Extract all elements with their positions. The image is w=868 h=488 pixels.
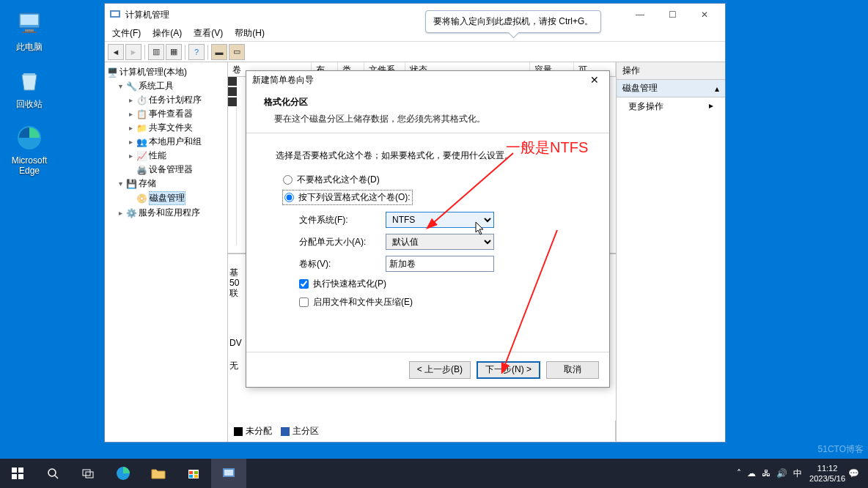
- edge-taskbar-button[interactable]: [106, 459, 141, 488]
- svg-rect-20: [194, 471, 198, 474]
- legend-unalloc: 未分配: [246, 425, 272, 437]
- tray-ime-indicator[interactable]: 中: [793, 467, 802, 480]
- tree-system-tools[interactable]: ▾🔧系统工具: [106, 79, 226, 93]
- actions-pane: 操作 磁盘管理▴ 更多操作▸: [617, 62, 725, 442]
- taskbar-clock[interactable]: 11:12 2023/5/16: [809, 463, 845, 484]
- start-button[interactable]: [0, 459, 35, 488]
- store-taskbar-button[interactable]: [176, 459, 211, 488]
- legend-swatch-unalloc: [234, 427, 243, 436]
- cancel-button[interactable]: 取消: [546, 361, 599, 379]
- tree-performance[interactable]: ▸📈性能: [106, 149, 226, 163]
- svg-rect-9: [12, 467, 17, 473]
- menu-help[interactable]: 帮助(H): [232, 26, 268, 41]
- alloc-label: 分配单元大小(A):: [299, 236, 386, 248]
- actions-group[interactable]: 磁盘管理▴: [617, 80, 725, 97]
- wizard-close-button[interactable]: ✕: [586, 74, 603, 86]
- app-icon: [109, 9, 121, 21]
- svg-rect-21: [189, 475, 193, 478]
- taskbar[interactable]: ˄ ☁ 🖧 🔊 中 11:12 2023/5/16 💬: [0, 459, 868, 488]
- filesystem-select[interactable]: NTFS: [386, 212, 494, 228]
- quick-format-row[interactable]: 执行快速格式化(P): [299, 278, 580, 290]
- svg-rect-10: [18, 467, 23, 473]
- svg-rect-15: [83, 470, 90, 476]
- task-view-button[interactable]: [70, 459, 106, 488]
- disk-basic-label: 基: [229, 267, 239, 278]
- radio-no-format-input[interactable]: [283, 175, 293, 185]
- arrow-right-icon: ▸: [709, 100, 713, 113]
- disk-legend: 未分配 主分区: [229, 423, 323, 440]
- tree-root[interactable]: 🖥️计算机管理(本地): [106, 65, 226, 79]
- tray-onedrive-icon[interactable]: ☁: [747, 468, 756, 478]
- wizard-title: 新建简单卷向导: [252, 74, 314, 86]
- window-title: 计算机管理: [125, 9, 169, 21]
- desktop-icon-this-pc[interactable]: 此电脑: [3, 9, 56, 53]
- menu-view[interactable]: 查看(V): [191, 26, 226, 41]
- view-bottom-button[interactable]: ▭: [229, 44, 245, 60]
- edge-icon: [15, 123, 44, 152]
- maximize-button[interactable]: ☐: [656, 4, 688, 25]
- actions-more[interactable]: 更多操作▸: [617, 97, 725, 116]
- tree-local-users[interactable]: ▸👥本地用户和组: [106, 135, 226, 149]
- help-button[interactable]: ?: [188, 44, 205, 60]
- back-button[interactable]: ◄: [108, 44, 124, 60]
- compression-row[interactable]: 启用文件和文件夹压缩(E): [299, 296, 580, 308]
- minimize-button[interactable]: —: [624, 4, 656, 25]
- tree-pane[interactable]: 🖥️计算机管理(本地) ▾🔧系统工具 ▸⏱️任务计划程序 ▸📋事件查看器 ▸📁共…: [105, 62, 228, 442]
- wizard-prompt: 选择是否要格式化这个卷；如果要格式化，要使用什么设置。: [276, 149, 580, 162]
- recycle-icon: [15, 66, 44, 95]
- forward-button[interactable]: ►: [125, 44, 141, 60]
- allocation-unit-select[interactable]: 默认值: [386, 234, 494, 250]
- svg-rect-3: [22, 32, 37, 33]
- cm-titlebar[interactable]: 计算机管理 — ☐ ✕: [105, 4, 725, 26]
- search-button[interactable]: [35, 459, 70, 488]
- tree-event-viewer[interactable]: ▸📋事件查看器: [106, 107, 226, 121]
- collapse-icon: ▴: [715, 84, 719, 94]
- tray-chevron-icon[interactable]: ˄: [737, 468, 741, 478]
- desktop-icon-edge[interactable]: Microsoft Edge: [3, 123, 56, 176]
- radio-format-input[interactable]: [284, 193, 294, 202]
- svg-rect-16: [86, 472, 93, 478]
- back-button[interactable]: < 上一步(B): [409, 361, 471, 379]
- tray-volume-icon[interactable]: 🔊: [776, 468, 787, 478]
- tree-services-apps[interactable]: ▸⚙️服务和应用程序: [106, 206, 226, 220]
- svg-rect-1: [21, 15, 38, 25]
- menu-bar: 文件(F) 操作(A) 查看(V) 帮助(H): [105, 26, 725, 42]
- quick-format-checkbox[interactable]: [299, 279, 309, 289]
- dvd-label: DV: [229, 338, 242, 348]
- refresh-button[interactable]: ▦: [166, 44, 182, 60]
- volume-label-label: 卷标(V):: [299, 258, 386, 270]
- wizard-titlebar[interactable]: 新建简单卷向导 ✕: [246, 71, 609, 89]
- watermark: 51CTO博客: [818, 443, 864, 456]
- computer-icon: [15, 9, 44, 38]
- next-button[interactable]: 下一步(N) >: [477, 361, 540, 379]
- tree-task-scheduler[interactable]: ▸⏱️任务计划程序: [106, 93, 226, 107]
- compression-checkbox[interactable]: [299, 297, 309, 307]
- show-hide-button[interactable]: ▥: [148, 44, 164, 60]
- wizard-header: 格式化分区 要在这个磁盘分区上储存数据，您必须先将其格式化。: [246, 89, 609, 133]
- explorer-taskbar-button[interactable]: [141, 459, 176, 488]
- menu-action[interactable]: 操作(A): [150, 26, 185, 41]
- computer-management-taskbar-button[interactable]: [211, 459, 246, 488]
- desktop-icon-recycle[interactable]: 回收站: [3, 66, 56, 111]
- svg-line-14: [55, 476, 58, 478]
- tree-storage[interactable]: ▾💾存储: [106, 177, 226, 191]
- menu-file[interactable]: 文件(F): [109, 26, 144, 41]
- tray-notifications-icon[interactable]: 💬: [848, 468, 859, 478]
- radio-format[interactable]: 按下列设置格式化这个卷(O):: [283, 191, 412, 204]
- radio-no-format[interactable]: 不要格式化这个卷(D): [283, 174, 580, 186]
- view-top-button[interactable]: ▬: [211, 44, 227, 60]
- tree-device-manager[interactable]: 🖨️设备管理器: [106, 163, 226, 177]
- volume-label-input[interactable]: [386, 256, 494, 272]
- fs-label: 文件系统(F):: [299, 214, 386, 226]
- svg-rect-6: [111, 12, 119, 16]
- tree-shared-folders[interactable]: ▸📁共享文件夹: [106, 121, 226, 135]
- close-button[interactable]: ✕: [688, 4, 721, 25]
- desktop-icon-label: Microsoft Edge: [3, 155, 56, 176]
- svg-rect-22: [194, 475, 198, 478]
- new-simple-volume-wizard: 新建简单卷向导 ✕ 格式化分区 要在这个磁盘分区上储存数据，您必须先将其格式化。…: [246, 70, 610, 388]
- tray-network-icon[interactable]: 🖧: [762, 468, 770, 478]
- system-tray[interactable]: ˄ ☁ 🖧 🔊 中 11:12 2023/5/16 💬: [734, 463, 868, 484]
- tree-disk-management[interactable]: 📀磁盘管理: [106, 191, 226, 206]
- svg-rect-2: [25, 29, 34, 32]
- svg-rect-12: [18, 474, 23, 479]
